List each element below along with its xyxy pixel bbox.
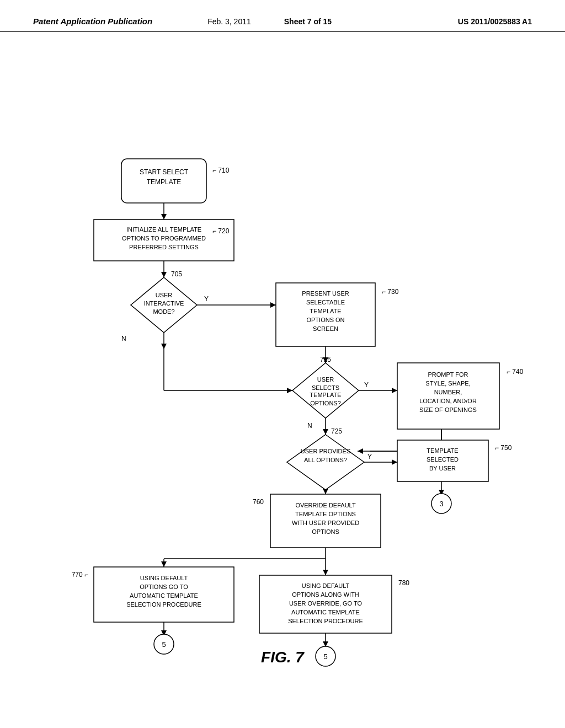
svg-text:SELECTABLE: SELECTABLE [306, 299, 345, 306]
svg-text:USING DEFAULT: USING DEFAULT [140, 575, 188, 581]
svg-text:SELECTION PROCEDURE: SELECTION PROCEDURE [126, 601, 201, 608]
diagram-area: START SELECT TEMPLATE ⌐ 710 INITIALIZE A… [0, 32, 565, 683]
svg-text:Y: Y [364, 381, 369, 389]
svg-text:USER OVERRIDE, GO TO: USER OVERRIDE, GO TO [289, 600, 363, 607]
patent-number: US 2011/0025883 A1 [458, 17, 532, 26]
svg-text:N: N [121, 335, 126, 342]
svg-text:OPTIONS ALONG WITH: OPTIONS ALONG WITH [292, 591, 359, 598]
svg-text:Y: Y [367, 453, 372, 461]
svg-text:TEMPLATE: TEMPLATE [427, 447, 458, 454]
svg-text:⌐ 710: ⌐ 710 [212, 167, 230, 174]
svg-text:STYLE, SHAPE,: STYLE, SHAPE, [425, 380, 470, 387]
svg-marker-32 [287, 388, 292, 393]
svg-marker-3 [161, 272, 167, 277]
svg-text:N: N [307, 422, 312, 430]
svg-marker-27 [161, 561, 167, 567]
svg-text:705: 705 [171, 270, 182, 278]
svg-text:TEMPLATE: TEMPLATE [310, 392, 341, 398]
svg-text:TEMPLATE: TEMPLATE [147, 178, 181, 186]
svg-text:TEMPLATE: TEMPLATE [310, 308, 341, 314]
svg-text:OPTIONS?: OPTIONS? [310, 400, 341, 406]
svg-text:USER: USER [317, 376, 334, 383]
svg-text:SELECTION PROCEDURE: SELECTION PROCEDURE [288, 618, 363, 624]
svg-text:OVERRIDE DEFAULT: OVERRIDE DEFAULT [295, 502, 355, 508]
svg-text:AUTOMATIC TEMPLATE: AUTOMATIC TEMPLATE [291, 609, 360, 615]
svg-text:MODE?: MODE? [153, 308, 174, 315]
page: Patent Application Publication Feb. 3, 2… [0, 0, 565, 728]
svg-text:INITIALIZE ALL TEMPLATE: INITIALIZE ALL TEMPLATE [126, 226, 201, 233]
svg-marker-17 [358, 448, 363, 454]
svg-marker-1 [161, 214, 167, 220]
svg-text:SELECTS: SELECTS [312, 384, 339, 391]
svg-text:ALL OPTIONS?: ALL OPTIONS? [304, 457, 347, 463]
flowchart-svg: START SELECT TEMPLATE ⌐ 710 INITIALIZE A… [0, 32, 565, 683]
svg-text:770 ⌐: 770 ⌐ [72, 571, 88, 579]
svg-text:USER PROVIDES: USER PROVIDES [301, 448, 350, 454]
svg-text:START SELECT: START SELECT [140, 168, 189, 176]
svg-text:⌐ 750: ⌐ 750 [495, 444, 512, 452]
svg-marker-112 [392, 459, 397, 465]
page-header: Patent Application Publication Feb. 3, 2… [0, 0, 565, 32]
publication-date: Feb. 3, 2011 [207, 17, 251, 26]
svg-text:OPTIONS: OPTIONS [312, 528, 339, 535]
svg-text:⌐ 720: ⌐ 720 [212, 227, 230, 235]
svg-text:⌐ 740: ⌐ 740 [507, 368, 524, 376]
svg-text:AUTOMATIC TEMPLATE: AUTOMATIC TEMPLATE [130, 592, 198, 599]
svg-text:SCREEN: SCREEN [313, 325, 338, 332]
sheet-info: Sheet 7 of 15 [284, 17, 332, 26]
svg-text:⌐ 730: ⌐ 730 [382, 288, 399, 296]
svg-text:OPTIONS TO PROGRAMMED: OPTIONS TO PROGRAMMED [122, 235, 206, 242]
figure-label: FIG. 7 [261, 649, 304, 666]
svg-text:WITH USER PROVIDED: WITH USER PROVIDED [292, 520, 359, 526]
svg-text:INTERACTIVE: INTERACTIVE [144, 300, 184, 307]
svg-text:LOCATION, AND/OR: LOCATION, AND/OR [419, 398, 477, 404]
svg-text:715: 715 [320, 356, 331, 363]
svg-marker-13 [323, 429, 328, 435]
svg-text:OPTIONS GO TO: OPTIONS GO TO [140, 584, 188, 590]
svg-text:3: 3 [439, 500, 443, 508]
svg-text:NUMBER,: NUMBER, [434, 389, 462, 395]
svg-text:TEMPLATE OPTIONS: TEMPLATE OPTIONS [295, 511, 356, 517]
svg-text:USING DEFAULT: USING DEFAULT [302, 582, 350, 589]
svg-text:5: 5 [162, 640, 166, 649]
svg-text:780: 780 [398, 579, 409, 587]
svg-text:BY USER: BY USER [429, 465, 456, 472]
svg-text:Y: Y [204, 295, 209, 303]
svg-text:USER: USER [156, 292, 173, 298]
svg-text:5: 5 [323, 652, 327, 661]
svg-text:725: 725 [331, 427, 342, 435]
svg-marker-11 [392, 388, 397, 393]
svg-text:PROMPT FOR: PROMPT FOR [428, 371, 468, 378]
svg-text:SELECTED: SELECTED [427, 456, 459, 463]
svg-marker-7 [161, 344, 167, 349]
svg-text:PRESENT USER: PRESENT USER [302, 290, 349, 297]
svg-marker-5 [270, 302, 276, 308]
svg-marker-29 [323, 570, 328, 575]
svg-text:SIZE OF OPENINGS: SIZE OF OPENINGS [419, 406, 477, 413]
svg-text:OPTIONS ON: OPTIONS ON [306, 317, 344, 323]
publication-title: Patent Application Publication [33, 17, 152, 26]
svg-text:760: 760 [253, 498, 264, 506]
svg-text:PREFERRED SETTINGS: PREFERRED SETTINGS [129, 244, 199, 250]
